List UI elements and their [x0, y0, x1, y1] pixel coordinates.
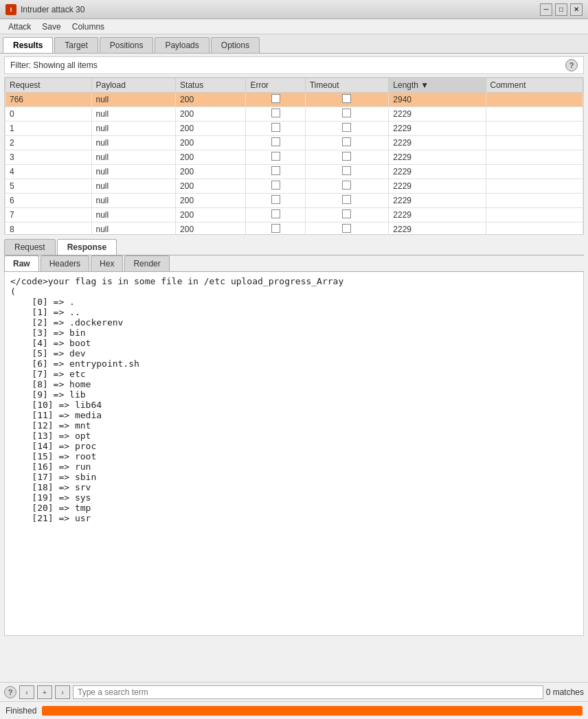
cell-comment [486, 107, 583, 122]
response-content-area[interactable]: </code>your flag is in some file in /etc… [4, 272, 584, 636]
table-row[interactable]: 4null2002229 [5, 165, 583, 179]
close-button[interactable]: ✕ [570, 3, 583, 16]
maximize-button[interactable]: □ [555, 3, 567, 16]
cell-timeout-checkbox[interactable] [342, 94, 351, 103]
cell-status: 200 [176, 165, 246, 179]
cell-timeout-checkbox[interactable] [342, 181, 351, 190]
cell-timeout [305, 208, 389, 222]
cell-payload: null [91, 208, 176, 222]
cell-request: 2 [5, 136, 92, 150]
table-row[interactable]: 8null2002229 [5, 222, 583, 235]
cell-comment [486, 222, 583, 235]
cell-payload: null [91, 136, 176, 150]
col-error[interactable]: Error [246, 78, 305, 93]
table-row[interactable]: 1null2002229 [5, 122, 583, 136]
table-row[interactable]: 5null2002229 [5, 179, 583, 194]
search-matches-count: 0 matches [546, 687, 584, 697]
tab-request[interactable]: Request [4, 239, 56, 255]
table-row[interactable]: 766null2002940 [5, 93, 583, 107]
search-next-button[interactable]: + [37, 685, 52, 699]
cell-timeout-checkbox[interactable] [342, 209, 351, 218]
cell-error [246, 208, 305, 222]
tab-render[interactable]: Render [124, 255, 169, 271]
col-status[interactable]: Status [176, 78, 246, 93]
menu-attack[interactable]: Attack [3, 21, 36, 33]
table-row[interactable]: 6null2002229 [5, 194, 583, 208]
search-prev-button[interactable]: ‹ [19, 685, 34, 699]
cell-error-checkbox[interactable] [271, 209, 280, 218]
cell-timeout [305, 107, 389, 122]
cell-payload: null [91, 107, 176, 122]
filter-text: Filter: Showing all items [10, 60, 98, 70]
cell-payload: null [91, 122, 176, 136]
cell-error-checkbox[interactable] [271, 94, 280, 103]
tab-raw[interactable]: Raw [4, 255, 39, 271]
cell-request: 766 [5, 93, 92, 107]
cell-error-checkbox[interactable] [271, 137, 280, 146]
cell-timeout-checkbox[interactable] [342, 109, 351, 117]
menu-save[interactable]: Save [36, 21, 66, 33]
tab-target[interactable]: Target [54, 37, 98, 53]
menu-columns[interactable]: Columns [67, 21, 110, 33]
cell-error-checkbox[interactable] [271, 224, 280, 233]
status-progress-bar [42, 706, 583, 716]
cell-error-checkbox[interactable] [271, 195, 280, 204]
cell-length: 2229 [389, 179, 486, 194]
search-forward-button[interactable]: › [55, 685, 70, 699]
tab-response[interactable]: Response [57, 239, 117, 255]
results-table-scroll[interactable]: Request Payload Status Error Timeout Len… [5, 78, 583, 234]
tab-positions[interactable]: Positions [100, 37, 154, 53]
col-length[interactable]: Length ▼ [389, 78, 486, 93]
cell-timeout-checkbox[interactable] [342, 137, 351, 146]
cell-request: 4 [5, 165, 92, 179]
cell-timeout-checkbox[interactable] [342, 166, 351, 175]
cell-timeout-checkbox[interactable] [342, 224, 351, 233]
cell-request: 3 [5, 150, 92, 165]
table-row[interactable]: 2null2002229 [5, 136, 583, 150]
cell-timeout-checkbox[interactable] [342, 123, 351, 132]
cell-error-checkbox[interactable] [271, 109, 280, 117]
table-row[interactable]: 0null2002229 [5, 107, 583, 122]
search-input[interactable] [73, 685, 543, 699]
cell-length: 2229 [389, 165, 486, 179]
cell-length: 2229 [389, 150, 486, 165]
table-row[interactable]: 3null2002229 [5, 150, 583, 165]
cell-status: 200 [176, 122, 246, 136]
cell-length: 2229 [389, 136, 486, 150]
cell-timeout-checkbox[interactable] [342, 152, 351, 161]
cell-error-checkbox[interactable] [271, 181, 280, 190]
cell-error-checkbox[interactable] [271, 123, 280, 132]
cell-comment [486, 208, 583, 222]
cell-length: 2229 [389, 194, 486, 208]
tab-options[interactable]: Options [211, 37, 260, 53]
filter-help-button[interactable]: ? [565, 59, 578, 71]
search-help-button[interactable]: ? [4, 686, 16, 698]
cell-status: 200 [176, 222, 246, 235]
cell-request: 6 [5, 194, 92, 208]
main-tab-bar: Results Target Positions Payloads Option… [0, 34, 588, 54]
tab-hex[interactable]: Hex [91, 255, 123, 271]
col-timeout[interactable]: Timeout [305, 78, 389, 93]
cell-comment [486, 136, 583, 150]
cell-error [246, 194, 305, 208]
cell-status: 200 [176, 194, 246, 208]
tab-headers[interactable]: Headers [41, 255, 89, 271]
cell-error [246, 93, 305, 107]
col-comment[interactable]: Comment [486, 78, 583, 93]
tab-results[interactable]: Results [3, 37, 53, 53]
cell-length: 2940 [389, 93, 486, 107]
cell-timeout-checkbox[interactable] [342, 195, 351, 204]
table-row[interactable]: 7null2002229 [5, 208, 583, 222]
col-request[interactable]: Request [5, 78, 92, 93]
minimize-button[interactable]: ─ [540, 3, 552, 16]
search-bar: ? ‹ + › 0 matches [0, 682, 588, 701]
cell-timeout [305, 93, 389, 107]
inner-tab-bar: Raw Headers Hex Render [4, 255, 584, 272]
results-table: Request Payload Status Error Timeout Len… [5, 78, 583, 234]
sort-arrow-icon: ▼ [420, 80, 429, 90]
cell-error-checkbox[interactable] [271, 152, 280, 161]
cell-timeout [305, 122, 389, 136]
tab-payloads[interactable]: Payloads [155, 37, 209, 53]
col-payload[interactable]: Payload [91, 78, 176, 93]
cell-error-checkbox[interactable] [271, 166, 280, 175]
